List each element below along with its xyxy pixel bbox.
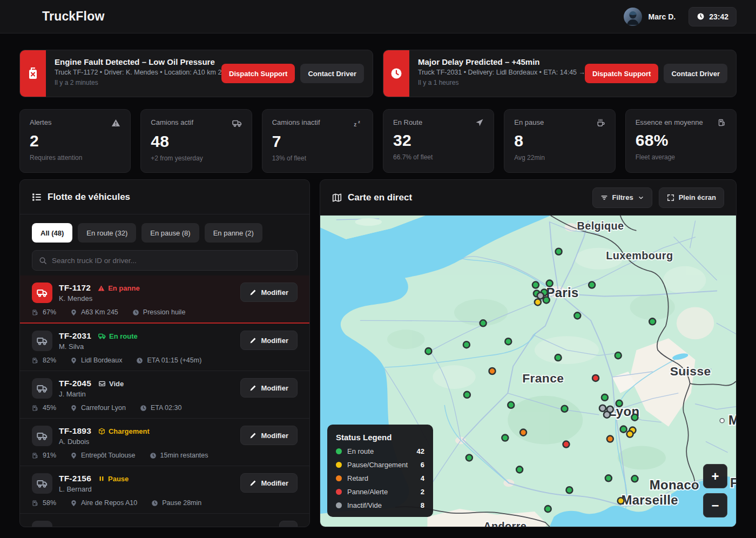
truck-marker-en-route[interactable] [589, 282, 595, 288]
truck-marker-en-route[interactable] [615, 352, 622, 359]
map-label-marseille: Marseille [621, 493, 678, 507]
filter-icon [600, 194, 608, 201]
truck-marker-pause[interactable] [618, 497, 624, 504]
truck-marker-en-route[interactable] [602, 394, 608, 401]
user-avatar[interactable] [624, 8, 642, 26]
map-pin-icon [70, 500, 77, 507]
truck-row-tf-1172[interactable]: TF-1172 En panne K. Mendes Modifier [20, 275, 309, 324]
truck-marker-en-route[interactable] [480, 320, 487, 326]
truck-marker-inactif[interactable] [599, 405, 606, 412]
modify-button[interactable]: Modifier [240, 283, 298, 302]
tab-en-panne[interactable]: En panne (2) [205, 223, 262, 243]
truck-marker-en-route[interactable] [555, 354, 562, 361]
truck-marker-en-route[interactable] [463, 341, 470, 348]
retard-dot [336, 475, 342, 481]
truck-marker-en-route[interactable] [616, 400, 623, 407]
truck-status: En panne [98, 284, 140, 292]
truck-marker-retard[interactable] [489, 368, 496, 374]
truck-marker-en-route[interactable] [502, 435, 508, 441]
map-label-suisse: Suisse [670, 364, 711, 378]
truck-marker-en-route[interactable] [464, 392, 470, 398]
legend-item-pause: Pause/Chargement 6 [336, 461, 424, 469]
truck-marker-en-route[interactable] [556, 248, 562, 255]
truck-marker-retard[interactable] [607, 436, 613, 442]
truck-marker-en-route[interactable] [546, 280, 553, 287]
tab-all[interactable]: All (48) [32, 223, 72, 243]
app-logo: TruckFlow [42, 9, 105, 24]
truck-marker-panne[interactable] [592, 375, 599, 381]
panne-dot [336, 489, 342, 495]
truck-marker-en-route[interactable] [649, 318, 656, 325]
truck-marker-panne[interactable] [563, 441, 569, 448]
truck-location: A63 Km 245 [70, 308, 118, 316]
dispatch-support-button[interactable]: Dispatch Support [585, 64, 658, 83]
live-map[interactable]: BelgiqueLuxembourgParisFranceSuisseLyonM… [320, 216, 736, 527]
stat-value: 32 [393, 131, 484, 150]
pause-dot [336, 462, 342, 468]
truck-marker-en-route[interactable] [425, 348, 431, 354]
truck-marker-en-route[interactable] [574, 312, 580, 319]
truck-row-tf-2031[interactable]: TF-2031 En route M. Silva Modifier [20, 324, 309, 371]
truck-icon [32, 473, 52, 494]
map-panel: Carte en direct Filtres Plein écran [320, 179, 737, 527]
modify-button[interactable]: Modifier [240, 378, 298, 398]
truck-marker-inactif[interactable] [537, 293, 544, 299]
truck-marker-en-route[interactable] [532, 282, 539, 288]
truck-marker-en-route[interactable] [505, 338, 511, 345]
search-input[interactable] [52, 257, 291, 265]
map-pin-icon [70, 405, 77, 412]
modify-button [279, 521, 298, 527]
fullscreen-button[interactable]: Plein écran [659, 187, 724, 208]
truck-marker-en-route[interactable] [562, 406, 568, 412]
en-route-dot [336, 448, 342, 454]
truck-marker-en-route[interactable] [632, 475, 638, 482]
filters-button[interactable]: Filtres [592, 187, 652, 208]
clock-icon [697, 12, 705, 21]
svg-text:z: z [354, 122, 356, 127]
contact-driver-button[interactable]: Contact Driver [664, 64, 727, 83]
modify-button[interactable]: Modifier [240, 426, 298, 445]
stat-value: 68% [636, 131, 726, 150]
clock-time: 23:42 [709, 12, 728, 21]
truck-info-note: 15min restantes [150, 452, 208, 459]
tab-en-route[interactable]: En route (32) [78, 223, 136, 243]
truck-marker-en-route[interactable] [543, 297, 550, 303]
truck-driver: J. Martin [59, 390, 240, 398]
truck-row-tf-1893[interactable]: TF-1893 Chargement A. Dubois Modifier [20, 418, 309, 466]
truck-marker-en-route[interactable] [516, 466, 523, 473]
truck-marker-pause[interactable] [535, 299, 541, 305]
truck-marker-en-route[interactable] [566, 487, 572, 493]
map-pin-icon [70, 357, 77, 364]
dispatch-support-button[interactable]: Dispatch Support [221, 64, 295, 83]
truck-marker-en-route[interactable] [466, 454, 473, 461]
truck-marker-en-route[interactable] [632, 414, 638, 421]
truck-marker-en-route[interactable] [605, 475, 612, 481]
zoom-in-button[interactable]: + [703, 464, 727, 488]
truck-marker-en-route[interactable] [508, 402, 514, 408]
pencil-icon [249, 289, 256, 296]
truck-marker-en-route[interactable] [620, 426, 627, 433]
truck-info-note: Pression huile [132, 308, 186, 316]
modify-button[interactable]: Modifier [240, 331, 298, 350]
truck-marker-inactif[interactable] [604, 412, 610, 418]
truck-icon [32, 426, 52, 446]
truck-marker-retard[interactable] [520, 429, 526, 436]
truck-marker-pause[interactable] [627, 431, 633, 438]
map-title: Carte en direct [348, 192, 412, 203]
truck-row-tf-2156[interactable]: TF-2156 Pause L. Bernard Modifier [20, 466, 309, 513]
truck-marker-en-route[interactable] [545, 506, 551, 512]
tab-en-pause[interactable]: En pause (8) [141, 223, 199, 243]
truck-status: Pause [98, 475, 129, 483]
modify-button[interactable]: Modifier [240, 473, 298, 493]
fuel-pump-icon [32, 452, 39, 459]
stat-label: Essence en moyenne [636, 118, 703, 126]
warning-triangle-icon [111, 118, 120, 127]
map-label-paris: Paris [546, 285, 578, 300]
truck-row-tf-2045[interactable]: TF-2045 Vide J. Martin Modifier [20, 371, 309, 418]
truck-location: Aire de Repos A10 [70, 499, 137, 507]
package-icon [98, 428, 105, 435]
zoom-out-button[interactable]: − [703, 493, 727, 517]
contact-driver-button[interactable]: Contact Driver [300, 64, 364, 83]
stat-label: En pause [514, 118, 544, 126]
pencil-icon [249, 385, 256, 392]
